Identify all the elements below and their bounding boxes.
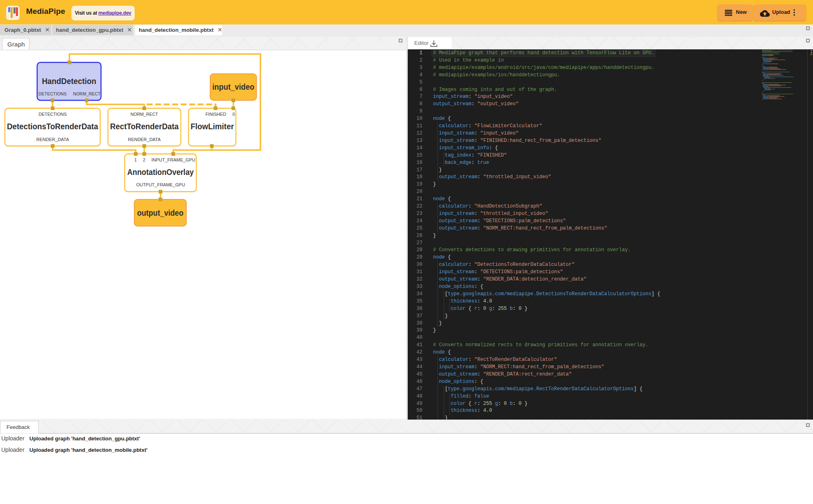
- svg-text:FlowLimiter: FlowLimiter: [191, 122, 234, 131]
- svg-text:HandDetection: HandDetection: [42, 77, 96, 86]
- svg-text:INPUT_FRAME_GPU: INPUT_FRAME_GPU: [151, 157, 195, 162]
- svg-text:RENDER_DATA: RENDER_DATA: [36, 137, 69, 142]
- svg-text:NORM_RECT: NORM_RECT: [131, 112, 158, 117]
- svg-text:output_video: output_video: [137, 208, 184, 217]
- svg-text:OUTPUT_FRAME_GPU: OUTPUT_FRAME_GPU: [136, 182, 185, 187]
- svg-text:0: 0: [232, 112, 235, 117]
- svg-text:NORM_RECT: NORM_RECT: [73, 91, 100, 96]
- svg-text:2: 2: [143, 157, 145, 162]
- svg-text:DetectionsToRenderData: DetectionsToRenderData: [7, 122, 98, 131]
- svg-text:RENDER_DATA: RENDER_DATA: [128, 137, 161, 142]
- svg-text:AnnotationOverlay: AnnotationOverlay: [127, 168, 194, 177]
- svg-text:DETECTIONS: DETECTIONS: [39, 112, 67, 117]
- svg-text:DETECTIONS: DETECTIONS: [38, 91, 67, 96]
- svg-text:input_video: input_video: [212, 82, 254, 91]
- svg-text:RectToRenderData: RectToRenderData: [110, 122, 179, 131]
- svg-text:FINISHED: FINISHED: [206, 112, 227, 117]
- svg-text:1: 1: [134, 157, 137, 162]
